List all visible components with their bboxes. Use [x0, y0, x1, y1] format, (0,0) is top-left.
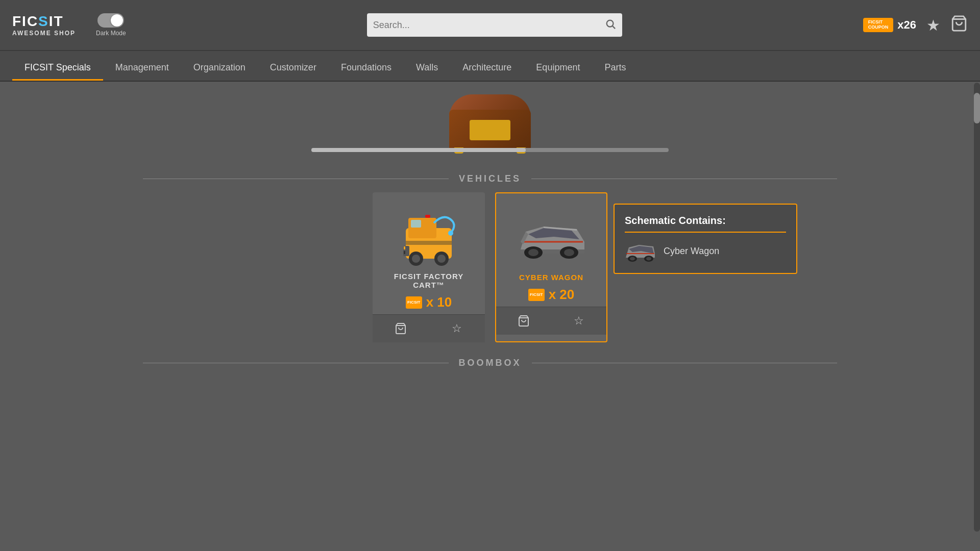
- tab-customizer[interactable]: Customizer: [258, 56, 329, 81]
- cyber-wagon-favorite-button[interactable]: ☆: [551, 307, 606, 335]
- scrollbar-thumb: [311, 148, 526, 152]
- cart-add-icon-2: [518, 315, 530, 327]
- shop-title: AWESOME SHOP: [12, 30, 76, 37]
- schematic-tooltip: Schematic Contains: Cyber Wa: [614, 204, 797, 274]
- factory-cart-name: FICSIT FACTORY CART™: [379, 272, 479, 289]
- factory-cart-actions: ☆: [373, 314, 485, 342]
- tab-foundations[interactable]: Foundations: [329, 56, 404, 81]
- search-bar: [367, 13, 622, 37]
- chest-label: [470, 120, 510, 140]
- cyber-wagon-price-amount: x 20: [549, 287, 575, 303]
- cyber-wagon-name: CYBER WAGON: [519, 273, 583, 282]
- search-input[interactable]: [373, 20, 605, 31]
- svg-point-10: [412, 255, 420, 263]
- tab-parts[interactable]: Parts: [592, 56, 638, 81]
- boombox-section-divider: BOOMBOX: [143, 358, 837, 368]
- factory-cart-svg: [396, 208, 462, 269]
- svg-point-12: [437, 255, 446, 263]
- tab-ficsit-specials[interactable]: FICSIT Specials: [12, 56, 103, 81]
- search-icon: [605, 18, 616, 30]
- svg-point-31: [630, 257, 635, 261]
- svg-rect-13: [404, 246, 405, 249]
- cart-icon[interactable]: [950, 15, 968, 36]
- coupon-badge: FICSITCOUPON: [863, 18, 894, 32]
- header-right: FICSITCOUPON x26 ★: [863, 15, 968, 36]
- horizontal-scrollbar[interactable]: [311, 148, 669, 152]
- dark-mode-toggle[interactable]: Dark Mode: [96, 13, 126, 37]
- cart-svg: [950, 15, 968, 32]
- boombox-divider-left: [143, 363, 449, 363]
- vehicles-label: VEHICLES: [449, 173, 531, 184]
- cyber-wagon-svg: [516, 214, 587, 265]
- toggle-thumb: [111, 14, 123, 27]
- svg-line-1: [612, 26, 615, 29]
- coupon-area: FICSITCOUPON x26: [863, 18, 916, 32]
- logo: FICSIT: [12, 13, 64, 30]
- schematic-item-img: [625, 240, 655, 263]
- boombox-label: BOOMBOX: [449, 358, 532, 368]
- factory-cart-image-area: [373, 192, 485, 264]
- vehicles-grid: FICSIT FACTORY CART™ FICSIT x 10: [0, 192, 980, 342]
- product-card-cyber-wagon: CYBER WAGON FICSIT x 20 ☆: [495, 192, 607, 342]
- svg-point-8: [448, 231, 453, 236]
- nav-tabs: FICSIT Specials Management Organization …: [0, 51, 980, 82]
- tab-architecture[interactable]: Architecture: [450, 56, 524, 81]
- factory-cart-price-amount: x 10: [426, 294, 452, 310]
- schematic-title: Schematic Contains:: [625, 215, 786, 233]
- factory-cart-body: FICSIT FACTORY CART™ FICSIT x 10: [373, 264, 485, 314]
- coupon-icon-2: FICSIT: [528, 289, 545, 301]
- tab-equipment[interactable]: Equipment: [524, 56, 592, 81]
- logo-area: FICSIT AWESOME SHOP: [12, 13, 76, 37]
- boombox-divider-right: [532, 363, 838, 363]
- toggle-track[interactable]: [97, 13, 124, 28]
- svg-rect-15: [425, 215, 430, 218]
- svg-rect-14: [404, 251, 405, 254]
- product-card-factory-cart: FICSIT FACTORY CART™ FICSIT x 10: [373, 192, 485, 342]
- coupon-count: x26: [897, 18, 916, 32]
- cyber-wagon-buy-button[interactable]: [496, 307, 551, 335]
- svg-point-0: [606, 20, 613, 27]
- schematic-item: Cyber Wagon: [625, 240, 786, 263]
- right-scrollbar[interactable]: [974, 83, 980, 532]
- search-button[interactable]: [605, 18, 616, 32]
- svg-point-23: [564, 249, 574, 256]
- main-content: VEHICLES: [0, 82, 980, 377]
- factory-cart-price: FICSIT x 10: [406, 294, 452, 310]
- factory-cart-favorite-button[interactable]: ☆: [429, 314, 485, 342]
- svg-rect-5: [411, 220, 421, 228]
- tab-walls[interactable]: Walls: [404, 56, 450, 81]
- svg-point-21: [528, 249, 538, 256]
- top-item-area: [0, 82, 980, 163]
- tab-management[interactable]: Management: [103, 56, 181, 81]
- svg-point-33: [646, 257, 651, 261]
- cyber-wagon-price: FICSIT x 20: [528, 287, 575, 303]
- chest-body: [449, 110, 531, 151]
- tab-organization[interactable]: Organization: [181, 56, 258, 81]
- favorites-icon[interactable]: ★: [926, 16, 940, 34]
- cyber-wagon-body: CYBER WAGON FICSIT x 20: [496, 265, 606, 307]
- vehicles-section-divider: VEHICLES: [143, 173, 837, 184]
- right-scrollbar-thumb: [974, 93, 980, 123]
- header: FICSIT AWESOME SHOP Dark Mode FICSITCOUP…: [0, 0, 980, 51]
- dark-mode-label: Dark Mode: [96, 30, 126, 37]
- cart-add-icon: [395, 322, 407, 335]
- cyber-wagon-actions: ☆: [496, 307, 606, 335]
- chest-image: [449, 94, 531, 151]
- factory-cart-buy-button[interactable]: [373, 314, 429, 342]
- coupon-icon: FICSIT: [406, 296, 422, 309]
- schematic-item-name: Cyber Wagon: [664, 246, 719, 257]
- divider-line-right: [531, 179, 837, 179]
- top-item-image: [439, 87, 541, 158]
- cyber-wagon-image-area: [496, 193, 606, 265]
- divider-line-left: [143, 179, 449, 179]
- search-area: [138, 13, 851, 37]
- svg-rect-6: [406, 241, 452, 245]
- schematic-cyber-wagon-icon: [625, 240, 655, 263]
